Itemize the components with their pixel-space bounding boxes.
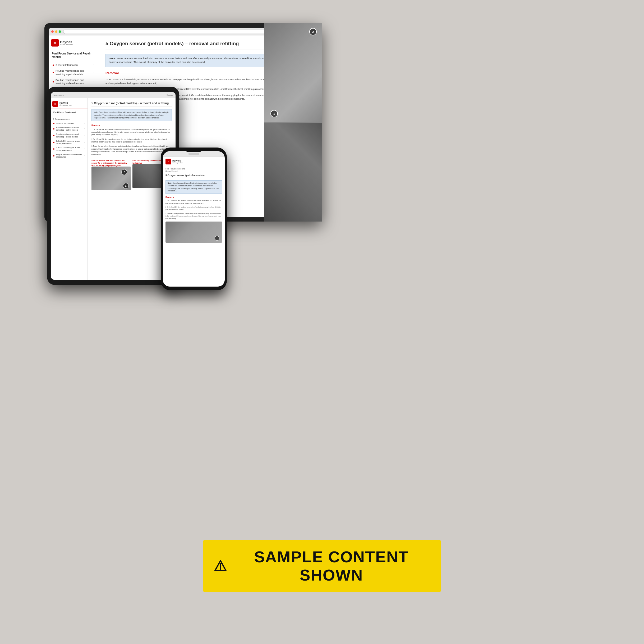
tablet-sidebar-item-1[interactable]: 5 Oxygen sensor...	[51, 117, 88, 121]
sidebar-item-general[interactable]: General Information ›	[49, 62, 98, 68]
car-wiring-image	[264, 123, 317, 217]
tablet-sidebar-label: 1.8 & 2.0 litre engine in-car repair pro…	[56, 146, 83, 152]
chevron-right-icon: ›	[93, 64, 95, 66]
car-underside-image-1: 2 1	[264, 35, 317, 122]
phone-haynes-icon: H	[165, 159, 171, 164]
tablet-sidebar-item-14[interactable]: 1.4 & 1.6 litre engine in-car repair pro…	[51, 139, 88, 146]
active-dot	[53, 142, 54, 143]
tablet-url-text: haynes.com	[53, 94, 64, 96]
tablet-page-title: 5 Oxygen sensor (petrol models) – remova…	[91, 102, 172, 107]
car-image-bottom	[264, 123, 317, 217]
tablet-haynes-logo: H Haynes shows you how	[51, 100, 88, 108]
tablet-para-2: 2 On 1.8 and 2.0 litre models, remove th…	[91, 138, 172, 144]
callout-2: 2	[121, 169, 127, 175]
active-dot	[53, 155, 54, 157]
chevron-icon: ›	[83, 141, 86, 144]
chevron-icon: ›	[83, 122, 86, 125]
phone-topbar	[163, 151, 225, 157]
tablet-haynes-text: Haynes shows you how	[59, 102, 72, 106]
active-dot	[53, 148, 54, 150]
haynes-icon-text: H	[54, 42, 56, 44]
phone-status-bar	[188, 153, 199, 155]
haynes-tagline: shows you how	[60, 44, 73, 45]
tablet-note-label: Note:	[94, 111, 99, 113]
chevron-right-icon: ›	[93, 71, 95, 74]
active-dot	[53, 123, 54, 124]
phone-para-1: 1 On 1.4 and 1.6 litre models, access to…	[165, 200, 222, 205]
window-controls	[51, 30, 61, 33]
tablet-sidebar-label: Engine removal and overhaul procedures	[56, 153, 83, 159]
phone-note-text: Some later models are fitted with two se…	[168, 182, 219, 192]
sidebar-item-label: Routine maintenance and servicing – dies…	[56, 79, 93, 85]
sidebar-item-label: Routine maintenance and servicing – petr…	[56, 69, 93, 76]
sample-banner-text: ⚠ SAMPLE CONTENT SHOWN	[214, 548, 430, 584]
phone-haynes-text-block: Haynes shows you how	[172, 159, 183, 164]
callout-1: 1	[123, 183, 129, 189]
chevron-icon: ›	[83, 127, 86, 130]
haynes-brand-name: Haynes	[60, 40, 73, 44]
phone-para-2: 2 On 1.8 and 2.0 litre models, remove th…	[165, 206, 222, 211]
phone-page-title: 5 Oxygen sensor (petrol models) –	[165, 174, 222, 178]
chevron-icon: ›	[83, 148, 86, 150]
car-image-top: 2 1	[264, 35, 317, 122]
phone-notch	[186, 149, 202, 152]
tablet-sidebar-label: 1.4 & 1.6 litre engine in-car repair pro…	[56, 140, 83, 145]
chevron-icon: ›	[83, 154, 86, 157]
tablet-caption-1: 5.3a On models with two sensors, the sen…	[91, 159, 131, 167]
close-dot[interactable]	[51, 30, 54, 33]
phone-content: H Haynes shows you how Ford Focus Servic…	[163, 157, 225, 287]
tablet-screen: haynes.com Keyw... H Haynes shows you ho…	[51, 92, 176, 280]
active-dot-icon	[53, 65, 54, 66]
phone-brand-name: Haynes	[172, 159, 183, 162]
tablet-sidebar-item-diesel[interactable]: Routine maintenance and servicing – dies…	[51, 132, 88, 139]
haynes-logo-icon: H	[51, 39, 59, 47]
phone-para-3: 3 Trace the wiring from the sensor body …	[165, 213, 222, 220]
callout-1-label: 1	[270, 110, 278, 117]
active-dot	[53, 128, 54, 130]
tablet-note-text: Some later models are fitted with two se…	[94, 111, 169, 119]
phone-screen: H Haynes shows you how Ford Focus Servic…	[163, 151, 225, 287]
tablet-para-1: 1 On 1.4 and 1.6 litre models, access to…	[91, 128, 172, 136]
phone-removal-heading: Removal	[165, 196, 222, 198]
chevron-right-icon: ›	[93, 80, 95, 83]
phone-note-box: Note: Some later models are fitted with …	[165, 180, 222, 194]
minimize-dot[interactable]	[55, 30, 57, 33]
tablet-brand-name: Haynes	[59, 102, 72, 104]
tablet-sidebar-label: General Information	[56, 122, 83, 125]
phone-device: H Haynes shows you how Ford Focus Servic…	[161, 148, 227, 290]
phone-haynes-bar: H Haynes shows you how	[165, 159, 222, 166]
tablet-tagline: shows you how	[59, 104, 72, 106]
tablet-device: haynes.com Keyw... H Haynes shows you ho…	[47, 87, 179, 285]
maximize-dot[interactable]	[59, 30, 61, 33]
tablet-para-3: 3 Trace the wiring from the sensor body …	[91, 145, 172, 156]
tablet-topbar: haynes.com Keyw...	[51, 92, 176, 98]
tablet-image-row: 5.3a On models with two sensors, the sen…	[91, 158, 172, 190]
tablet-sidebar: H Haynes shows you how Ford Focus Servic…	[51, 98, 88, 280]
phone-book-title: Ford Focus Service andRepair Manual	[165, 168, 222, 172]
main-scene: H Haynes shows you how Ford Focus Servic…	[31, 18, 613, 626]
tablet-sidebar-item-petrol[interactable]: Routine maintenance and servicing – petr…	[51, 126, 88, 132]
tablet-sidebar-item-18[interactable]: 1.8 & 2.0 litre engine in-car repair pro…	[51, 146, 88, 153]
desktop-image-panel: 2 1	[264, 35, 317, 217]
tablet-content: H Haynes shows you how Ford Focus Servic…	[51, 98, 176, 280]
active-dot-icon	[53, 81, 54, 82]
phone-tagline: shows you how	[172, 162, 183, 164]
sidebar-item-label: General Information	[56, 63, 93, 67]
haynes-logo-bar: H Haynes shows you how	[49, 38, 98, 49]
sidebar-item-diesel[interactable]: Routine maintenance and servicing – dies…	[49, 77, 98, 86]
tablet-sidebar-label: Routine maintenance and servicing – petr…	[56, 126, 83, 132]
tablet-image-1: 2 1	[91, 167, 131, 190]
sample-content-text: SAMPLE CONTENT SHOWN	[232, 548, 430, 584]
sidebar-book-title: Ford Focus Service and Repair Manual	[49, 51, 98, 61]
tablet-sidebar-label: Routine maintenance and servicing – dies…	[56, 133, 83, 138]
tablet-note-box: Note: Some later models are fitted with …	[91, 109, 172, 121]
sample-banner: ⚠ SAMPLE CONTENT SHOWN	[203, 540, 441, 592]
tablet-sidebar-item-engine[interactable]: Engine removal and overhaul procedures ›	[51, 153, 88, 159]
tablet-sidebar-item-general[interactable]: General Information ›	[51, 121, 88, 126]
sidebar-item-petrol[interactable]: Routine maintenance and servicing – petr…	[49, 68, 98, 77]
active-dot-icon	[53, 72, 54, 73]
tablet-keyword-label: Keyw...	[167, 94, 173, 96]
warning-icon: ⚠	[214, 558, 227, 574]
phone-image: 1	[165, 222, 222, 243]
tablet-sidebar-label: 5 Oxygen sensor...	[53, 118, 86, 121]
